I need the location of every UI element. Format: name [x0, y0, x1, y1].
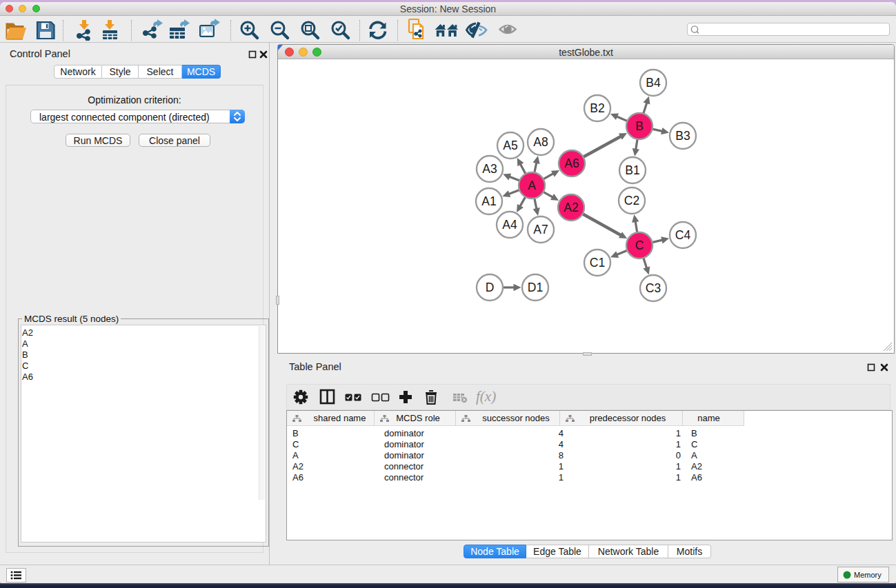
svg-text:A: A [528, 179, 536, 192]
svg-text:B1: B1 [625, 163, 639, 177]
svg-text:C3: C3 [646, 281, 661, 295]
svg-text:A8: A8 [533, 135, 548, 149]
svg-text:A2: A2 [564, 201, 578, 214]
svg-text:D: D [486, 281, 495, 294]
svg-text:A5: A5 [503, 139, 517, 152]
svg-text:A1: A1 [481, 194, 496, 208]
svg-text:A7: A7 [533, 223, 548, 236]
svg-text:C2: C2 [624, 194, 639, 207]
svg-text:B2: B2 [590, 101, 604, 115]
svg-text:A4: A4 [502, 218, 517, 232]
svg-text:A3: A3 [482, 162, 497, 176]
svg-text:C: C [635, 239, 644, 252]
svg-text:D1: D1 [528, 281, 543, 294]
svg-text:A6: A6 [564, 156, 579, 170]
svg-text:B3: B3 [675, 129, 690, 143]
svg-text:B: B [635, 119, 644, 133]
svg-text:B4: B4 [646, 76, 661, 90]
svg-text:C1: C1 [590, 256, 605, 270]
svg-text:C4: C4 [675, 228, 691, 242]
